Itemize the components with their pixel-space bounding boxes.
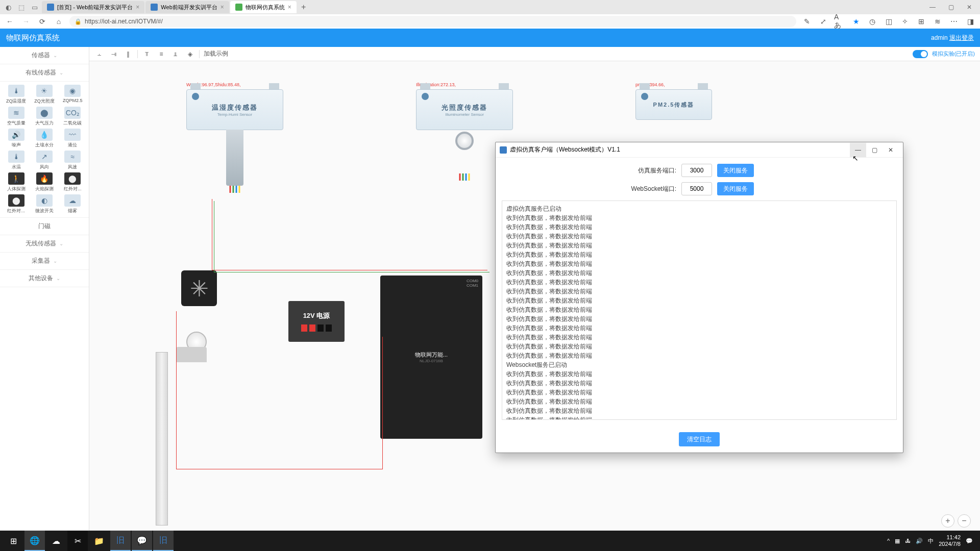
taskbar-edge-icon[interactable]: 🌐: [24, 531, 45, 551]
sensor-item[interactable]: 🚶人体探测: [3, 172, 29, 192]
log-line: 收到仿真数据，将数据发给前端: [506, 369, 892, 379]
sidebar-group-wired[interactable]: 有线传感器 ⌄: [0, 64, 89, 82]
new-tab-button[interactable]: +: [298, 3, 310, 12]
tray-volume-icon[interactable]: 🔊: [916, 538, 923, 544]
window-close-icon[interactable]: ✕: [961, 4, 978, 11]
browser-tab-0[interactable]: [首页] - Web前端开发实训平台 ×: [42, 1, 144, 13]
log-line: 收到仿真数据，将数据发给前端: [506, 287, 892, 296]
align-center-v-icon[interactable]: ≡: [156, 49, 166, 59]
url-input[interactable]: 🔒 https://iot-ai.net.cn/IOTVM/#/: [69, 16, 796, 27]
load-demo-button[interactable]: 加载示例: [204, 49, 228, 58]
align-center-h-icon[interactable]: ‖: [123, 49, 133, 59]
split-icon[interactable]: ◫: [883, 16, 894, 27]
home-icon[interactable]: ⌂: [53, 16, 64, 27]
modal-close-icon[interactable]: ✕: [883, 143, 899, 157]
tray-notifications-icon[interactable]: 💬: [966, 538, 973, 544]
clear-log-button[interactable]: 清空日志: [679, 432, 720, 446]
taskbar-capcut-icon[interactable]: ✂: [67, 531, 88, 551]
sensor-item[interactable]: 🔊噪声: [3, 129, 29, 148]
sensor-item[interactable]: ⬤红外对...: [60, 172, 86, 192]
sensor-item[interactable]: CO₂二氧化碳: [60, 107, 86, 127]
taskbar-app3-icon[interactable]: 旧: [153, 531, 174, 551]
favorite-icon[interactable]: ★: [850, 16, 862, 27]
zoom-out-button[interactable]: −: [958, 514, 971, 528]
align-top-icon[interactable]: ⫪: [142, 49, 152, 59]
sensor-item[interactable]: ☀ZQ光照度: [31, 85, 57, 105]
sensor-item[interactable]: ◐微波开关: [31, 194, 57, 214]
taskbar-cloud-icon[interactable]: ☁: [46, 531, 66, 551]
zoom-icon[interactable]: ⤢: [818, 16, 829, 27]
extensions-icon[interactable]: ⊞: [916, 16, 927, 27]
sensor-item[interactable]: ⬤红外对...: [3, 194, 29, 214]
sensor-item[interactable]: 🌡ZQ温湿度: [3, 85, 29, 105]
system-tray[interactable]: ^ ▦ 🖧 🔊 中 11:42 2024/7/8 💬: [887, 534, 977, 547]
profile-icon[interactable]: ◐: [2, 1, 14, 13]
device-illumination[interactable]: Illumination:272.13, 光照度传感器 Illuminomete…: [416, 89, 513, 130]
tray-people-icon[interactable]: ▦: [895, 538, 900, 544]
ws-port-input[interactable]: [681, 182, 712, 195]
sensor-item[interactable]: 🌡水温: [3, 151, 29, 170]
sidebar-group-wireless[interactable]: 无线传感器 ⌄: [0, 235, 89, 253]
refresh-icon[interactable]: ⟳: [37, 16, 48, 27]
tab-close-icon[interactable]: ×: [136, 4, 139, 11]
sensor-item[interactable]: ⬤大气压力: [31, 107, 57, 127]
tabs-icon[interactable]: ▭: [29, 1, 41, 13]
tray-network-icon[interactable]: 🖧: [905, 538, 911, 544]
logout-link[interactable]: 退出登录: [949, 34, 974, 41]
window-maximize-icon[interactable]: ▢: [942, 4, 960, 11]
sidebar-item-doorsensor[interactable]: 门磁: [0, 217, 89, 235]
sensor-item[interactable]: ↗风向: [31, 151, 57, 170]
workspaces-icon[interactable]: ⬚: [15, 1, 28, 13]
sidebar-icon[interactable]: ◨: [965, 16, 976, 27]
sensor-item[interactable]: 〰液位: [60, 129, 86, 148]
modal-minimize-icon[interactable]: —: [850, 143, 866, 157]
window-minimize-icon[interactable]: —: [924, 4, 941, 11]
tray-ime[interactable]: 中: [928, 537, 934, 545]
sensor-item[interactable]: ≋空气质量: [3, 107, 29, 127]
device-temp-humid[interactable]: Wendu:96.97,Shidu:85.48, 温湿度传感器 Temp-Hum…: [186, 89, 283, 130]
forward-icon[interactable]: →: [20, 16, 32, 27]
ws-port-close-button[interactable]: 关闭服务: [717, 182, 754, 195]
device-fan[interactable]: [181, 270, 217, 306]
device-gateway[interactable]: 物联网万能... NLJD-0716B COM0COM1: [380, 276, 482, 439]
start-icon[interactable]: ⊞: [3, 531, 23, 551]
modal-maximize-icon[interactable]: ▢: [866, 143, 883, 157]
layers-icon[interactable]: ◈: [185, 49, 195, 59]
tray-clock[interactable]: 11:42 2024/7/8: [939, 534, 961, 547]
tab-close-icon[interactable]: ×: [288, 4, 291, 11]
sim-port-input[interactable]: [681, 164, 712, 177]
sensor-item[interactable]: ◉ZQPM2.5: [60, 85, 86, 105]
log-box[interactable]: 虚拟仿真服务已启动收到仿真数据，将数据发给前端收到仿真数据，将数据发给前端收到仿…: [502, 201, 897, 420]
sync-icon[interactable]: ◷: [867, 16, 878, 27]
performance-icon[interactable]: ≋: [932, 16, 943, 27]
taskbar-app2-icon[interactable]: 旧: [110, 531, 131, 551]
sidebar-group-collector[interactable]: 采集器 ⌄: [0, 253, 89, 270]
device-psu[interactable]: 12V 电源: [288, 301, 345, 342]
sidebar-group-sensors[interactable]: 传感器 ⌄: [0, 47, 89, 64]
tray-chevron-icon[interactable]: ^: [887, 538, 890, 544]
align-right-icon[interactable]: ⫣: [109, 49, 119, 59]
sim-port-close-button[interactable]: 关闭服务: [717, 164, 754, 177]
device-pm25[interactable]: pm2.5:394.66, PM2.5传感器: [635, 89, 712, 120]
collections-icon[interactable]: ✧: [899, 16, 911, 27]
more-icon[interactable]: ⋯: [948, 16, 960, 27]
align-left-icon[interactable]: ⫠: [94, 49, 105, 59]
sensor-item[interactable]: ≈风速: [60, 151, 86, 170]
sensor-item[interactable]: 🔥火焰探测: [31, 172, 57, 192]
align-bottom-icon[interactable]: ⫫: [170, 49, 181, 59]
modal-titlebar[interactable]: 虚拟仿真客户端（Websocket模式）V1.1 — ▢ ✕: [496, 142, 903, 158]
edit-icon[interactable]: ✎: [801, 16, 813, 27]
back-icon[interactable]: ←: [4, 16, 15, 27]
sensor-item[interactable]: ☁烟雾: [60, 194, 86, 214]
sensor-item[interactable]: 💧土壤水分: [31, 129, 57, 148]
tab-close-icon[interactable]: ×: [220, 4, 224, 11]
websocket-client-window[interactable]: 虚拟仿真客户端（Websocket模式）V1.1 — ▢ ✕ 仿真服务端口: 关…: [495, 142, 903, 453]
zoom-in-button[interactable]: +: [941, 514, 954, 528]
browser-tab-1[interactable]: Web前端开发实训平台 ×: [145, 1, 229, 13]
browser-tab-2[interactable]: 物联网仿真系统 ×: [230, 1, 297, 13]
runtime-toggle[interactable]: [913, 50, 928, 58]
sidebar-group-other[interactable]: 其他设备 ⌄: [0, 270, 89, 287]
taskbar-wechat-icon[interactable]: 💬: [132, 531, 152, 551]
reader-icon[interactable]: Aあ: [834, 16, 845, 27]
taskbar-app1-icon[interactable]: 📁: [89, 531, 109, 551]
